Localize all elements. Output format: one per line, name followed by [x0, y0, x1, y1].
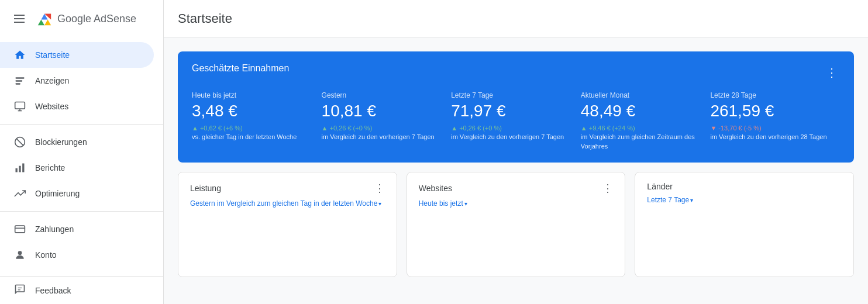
sidebar-header: Google AdSense — [0, 0, 163, 37]
websites-dropdown-arrow: ▾ — [464, 201, 467, 207]
page-title: Startseite — [178, 11, 232, 26]
widget-websites-more[interactable]: ⋮ — [602, 182, 613, 195]
widget-websites-subtitle[interactable]: Heute bis jetzt ▾ — [419, 199, 614, 208]
laender-dropdown-arrow: ▾ — [690, 197, 693, 203]
sidebar-footer: Feedback — [0, 276, 163, 304]
logo-container: Google AdSense — [36, 11, 136, 27]
earnings-change-3: ▲ +9,46 € (+24 %) im Vergleich zum gleic… — [581, 124, 701, 151]
earnings-card: Geschätzte Einnahmen ⋮ Heute bis jetzt 3… — [178, 51, 854, 163]
widget-laender: Länder Letzte 7 Tage ▾ — [635, 172, 854, 277]
earnings-amount-4: 261,59 € — [710, 102, 831, 120]
earnings-col-label-0: Heute bis jetzt — [192, 91, 312, 99]
leistung-dropdown-arrow: ▾ — [378, 201, 381, 207]
reports-icon — [14, 162, 26, 174]
sidebar-item-label: Anzeigen — [35, 76, 69, 85]
widget-laender-header: Länder — [647, 182, 842, 191]
earnings-col-label-3: Aktueller Monat — [581, 91, 701, 99]
main-content-area: Startseite Geschätzte Einnahmen ⋮ Heute … — [164, 0, 868, 304]
widget-leistung: Leistung ⋮ Gestern im Vergleich zum glei… — [178, 172, 397, 277]
widget-leistung-title: Leistung — [190, 184, 221, 193]
menu-button[interactable] — [9, 10, 29, 27]
google-logo — [36, 11, 53, 27]
earnings-more-button[interactable]: ⋮ — [824, 63, 840, 82]
feedback-icon — [14, 284, 26, 297]
sidebar-item-label: Konto — [35, 250, 57, 260]
svg-rect-3 — [15, 102, 25, 109]
earnings-change-arrow-2: ▲ +0,26 € (+0 %) — [451, 125, 502, 132]
optimize-icon — [14, 188, 26, 199]
sidebar: Google AdSense Startseite Anzeigen Websi… — [0, 0, 164, 304]
main-content: Geschätzte Einnahmen ⋮ Heute bis jetzt 3… — [164, 37, 868, 291]
block-icon — [14, 136, 26, 148]
ads-icon — [14, 75, 26, 87]
earnings-col-label-1: Gestern — [322, 91, 442, 99]
earnings-change-arrow-1: ▲ +0,26 € (+0 %) — [322, 125, 373, 132]
sidebar-item-optimierung[interactable]: Optimierung — [0, 181, 154, 206]
sidebar-item-label: Startseite — [35, 50, 70, 60]
svg-rect-8 — [16, 168, 18, 172]
sidebar-nav: Startseite Anzeigen Websites Blockierung… — [0, 37, 163, 276]
earnings-card-header: Geschätzte Einnahmen ⋮ — [192, 63, 840, 82]
earnings-col-1: Gestern 10,81 € ▲ +0,26 € (+0 %) im Verg… — [322, 91, 452, 151]
widget-leistung-header: Leistung ⋮ — [190, 182, 385, 195]
sidebar-item-zahlungen[interactable]: Zahlungen — [0, 216, 154, 242]
home-icon — [14, 49, 26, 61]
earnings-col-label-4: Letzte 28 Tage — [710, 91, 831, 99]
earnings-col-3: Aktueller Monat 48,49 € ▲ +9,46 € (+24 %… — [581, 91, 711, 151]
widget-laender-title: Länder — [647, 182, 673, 191]
earnings-title: Geschätzte Einnahmen — [192, 63, 289, 74]
svg-rect-11 — [15, 226, 25, 233]
earnings-change-arrow-4: ▼ -13,70 € (-5 %) — [710, 125, 761, 132]
widgets-row: Leistung ⋮ Gestern im Vergleich zum glei… — [178, 172, 854, 277]
sidebar-item-label: Zahlungen — [35, 224, 74, 234]
earnings-change-desc-1: im Vergleich zu den vorherigen 7 Tagen — [322, 133, 435, 140]
earnings-amount-2: 71,97 € — [451, 102, 571, 120]
widget-leistung-more[interactable]: ⋮ — [374, 182, 385, 195]
svg-rect-10 — [22, 164, 24, 172]
earnings-col-0: Heute bis jetzt 3,48 € ▲ +0,62 € (+6 %) … — [192, 91, 322, 151]
sidebar-item-label: Optimierung — [35, 189, 80, 198]
sidebar-item-websites[interactable]: Websites — [0, 94, 154, 119]
sidebar-item-label: Blockierungen — [35, 137, 87, 147]
earnings-change-desc-4: im Vergleich zu den vorherigen 28 Tagen — [710, 133, 826, 140]
earnings-amount-0: 3,48 € — [192, 102, 312, 120]
nav-divider-1 — [0, 124, 163, 125]
sidebar-item-label: Berichte — [35, 163, 65, 172]
payments-icon — [14, 223, 26, 235]
earnings-change-4: ▼ -13,70 € (-5 %) im Vergleich zu den vo… — [710, 124, 831, 142]
earnings-columns: Heute bis jetzt 3,48 € ▲ +0,62 € (+6 %) … — [192, 91, 840, 151]
widget-websites: Websites ⋮ Heute bis jetzt ▾ — [407, 172, 626, 277]
earnings-change-0: ▲ +0,62 € (+6 %) vs. gleicher Tag in der… — [192, 124, 312, 142]
svg-line-7 — [16, 139, 23, 146]
svg-rect-1 — [16, 80, 23, 82]
sidebar-item-berichte[interactable]: Berichte — [0, 155, 154, 181]
earnings-change-desc-2: im Vergleich zu den vorherigen 7 Tagen — [451, 133, 564, 140]
earnings-change-2: ▲ +0,26 € (+0 %) im Vergleich zu den vor… — [451, 124, 571, 142]
earnings-change-arrow-3: ▲ +9,46 € (+24 %) — [581, 125, 635, 132]
brand-name: Google AdSense — [57, 13, 136, 25]
widget-websites-title: Websites — [419, 184, 452, 193]
earnings-change-desc-3: im Vergleich zum gleichen Zeitraum des V… — [581, 133, 695, 149]
nav-divider-2 — [0, 211, 163, 212]
widget-leistung-subtitle[interactable]: Gestern im Vergleich zum gleichen Tag in… — [190, 199, 385, 208]
earnings-amount-1: 10,81 € — [322, 102, 442, 120]
sidebar-item-label: Websites — [35, 102, 68, 111]
earnings-change-arrow-0: ▲ +0,62 € (+6 %) — [192, 125, 243, 132]
earnings-change-desc-0: vs. gleicher Tag in der letzten Woche — [192, 133, 297, 140]
earnings-change-1: ▲ +0,26 € (+0 %) im Vergleich zu den vor… — [322, 124, 442, 142]
svg-rect-0 — [16, 77, 25, 79]
sidebar-item-startseite[interactable]: Startseite — [0, 42, 154, 68]
svg-point-13 — [18, 251, 22, 255]
widget-laender-subtitle[interactable]: Letzte 7 Tage ▾ — [647, 196, 842, 204]
widget-websites-header: Websites ⋮ — [419, 182, 614, 195]
sidebar-item-anzeigen[interactable]: Anzeigen — [0, 68, 154, 94]
main-header: Startseite — [164, 0, 868, 37]
sidebar-item-konto[interactable]: Konto — [0, 242, 154, 268]
sidebar-item-blockierungen[interactable]: Blockierungen — [0, 129, 154, 155]
feedback-item[interactable]: Feedback — [0, 276, 163, 304]
earnings-col-label-2: Letzte 7 Tage — [451, 91, 571, 99]
websites-icon — [14, 101, 26, 112]
earnings-col-4: Letzte 28 Tage 261,59 € ▼ -13,70 € (-5 %… — [710, 91, 840, 151]
svg-rect-2 — [16, 83, 20, 85]
earnings-col-2: Letzte 7 Tage 71,97 € ▲ +0,26 € (+0 %) i… — [451, 91, 581, 151]
